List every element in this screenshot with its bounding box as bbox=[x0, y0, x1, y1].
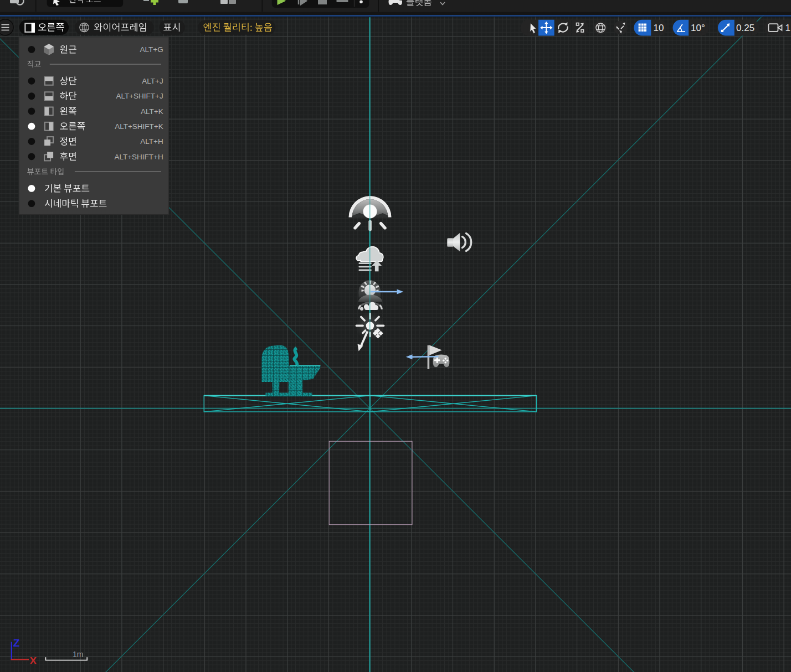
svg-text:1: 1 bbox=[785, 23, 790, 33]
svg-text:10: 10 bbox=[654, 23, 664, 33]
svg-text:10°: 10° bbox=[691, 23, 705, 33]
svg-text:1m: 1m bbox=[73, 650, 83, 659]
svg-text:0.25: 0.25 bbox=[736, 23, 754, 33]
svg-text:X: X bbox=[30, 655, 37, 666]
svg-text:ALT+J: ALT+J bbox=[142, 77, 163, 85]
svg-text:ALT+G: ALT+G bbox=[140, 45, 163, 54]
svg-text:Z: Z bbox=[13, 637, 20, 649]
svg-text:ALT+SHIFT+K: ALT+SHIFT+K bbox=[115, 122, 163, 131]
svg-text:ALT+SHIFT+H: ALT+SHIFT+H bbox=[114, 153, 163, 161]
svg-text:ALT+H: ALT+H bbox=[140, 137, 163, 146]
svg-text:ALT+SHIFT+J: ALT+SHIFT+J bbox=[116, 92, 163, 100]
svg-text:ALT+K: ALT+K bbox=[141, 107, 163, 116]
